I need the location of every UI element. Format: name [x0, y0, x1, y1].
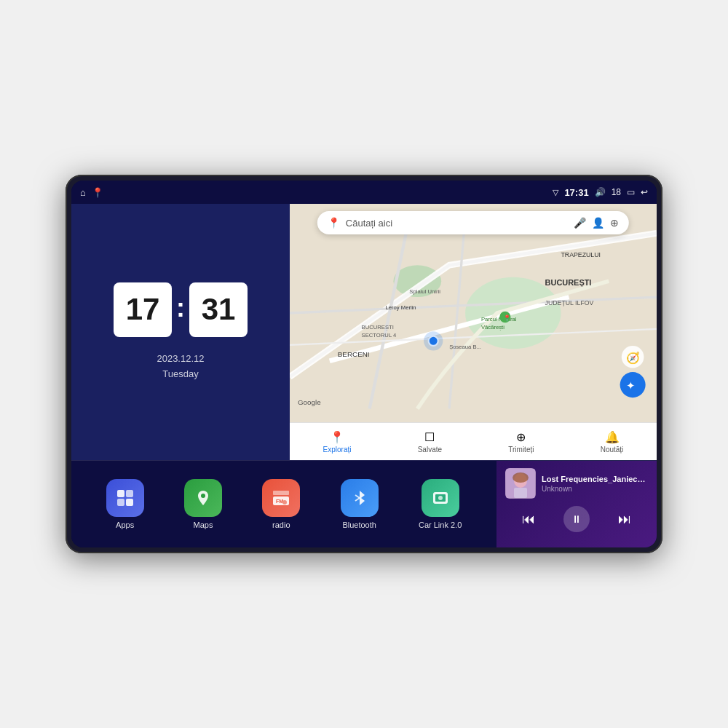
volume-level: 18	[612, 187, 621, 197]
battery-icon: ▭	[627, 187, 635, 197]
music-panel: Lost Frequencies_Janieck Devy-... Unknow…	[496, 461, 657, 547]
send-label: Trimiteți	[508, 446, 534, 454]
app-icons-panel: Apps Maps	[71, 461, 496, 547]
svg-point-31	[282, 500, 287, 505]
app-icon-radio[interactable]: FM radio	[262, 479, 300, 529]
map-visual[interactable]: BUCUREȘTI JUDEȚUL ILFOV TRAPEZULUI BERCE…	[290, 204, 657, 422]
saved-icon: ☐	[424, 430, 435, 444]
day-display: Tuesday	[157, 367, 204, 382]
svg-text:Google: Google	[298, 398, 321, 406]
signal-icon: ▽	[553, 188, 558, 197]
play-pause-icon: ⏸	[571, 513, 582, 525]
play-pause-button[interactable]: ⏸	[563, 506, 590, 532]
top-section: 17 : 31 2023.12.12 Tuesday 📍 Căutați aic…	[71, 204, 657, 460]
music-text: Lost Frequencies_Janieck Devy-... Unknow…	[542, 475, 648, 493]
back-icon[interactable]: ↩	[641, 187, 648, 197]
svg-text:📍: 📍	[503, 314, 511, 323]
svg-point-34	[438, 496, 443, 500]
apps-icon	[106, 479, 144, 517]
app-icon-maps[interactable]: Maps	[184, 479, 222, 529]
maps-label: Maps	[194, 521, 213, 529]
svg-point-27	[201, 494, 205, 498]
svg-rect-37	[514, 488, 527, 498]
radio-label: radio	[272, 521, 290, 529]
maps-status-icon[interactable]: 📍	[92, 187, 103, 198]
nav-saved[interactable]: ☐ Salvate	[418, 430, 442, 454]
send-icon: ⊕	[516, 430, 526, 444]
carlink-icon	[422, 479, 459, 517]
music-thumbnail	[505, 468, 536, 499]
svg-text:Leroy Merlin: Leroy Merlin	[385, 304, 416, 311]
music-info: Lost Frequencies_Janieck Devy-... Unknow…	[505, 468, 648, 499]
svg-text:SECTORUL 4: SECTORUL 4	[362, 332, 397, 339]
radio-icon: FM	[262, 479, 300, 517]
map-panel[interactable]: 📍 Căutați aici 🎤 👤 ⊕	[290, 204, 657, 460]
status-bar-left: ⌂ 📍	[80, 187, 103, 198]
carlink-label: Car Link 2.0	[419, 521, 462, 529]
music-controls: ⏮ ⏸ ⏭	[505, 506, 648, 532]
time-display: 17:31	[564, 187, 588, 198]
nav-explore[interactable]: 📍 Explorați	[323, 430, 352, 454]
svg-rect-23	[117, 490, 124, 497]
music-title: Lost Frequencies_Janieck Devy-...	[542, 475, 648, 483]
news-icon: 🔔	[605, 430, 620, 444]
svg-text:BUCUREȘTI: BUCUREȘTI	[545, 278, 592, 287]
main-content: 17 : 31 2023.12.12 Tuesday 📍 Căutați aic…	[71, 204, 657, 547]
svg-text:BUCUREȘTI: BUCUREȘTI	[362, 324, 394, 331]
svg-text:Parcul Natural: Parcul Natural	[481, 316, 517, 323]
svg-text:Șoseaua B...: Șoseaua B...	[449, 344, 481, 350]
clock-display: 17 : 31	[114, 282, 248, 337]
svg-point-17	[424, 331, 443, 350]
prev-button[interactable]: ⏮	[516, 509, 541, 530]
svg-rect-25	[117, 499, 124, 506]
svg-point-38	[513, 472, 529, 483]
voice-search-icon[interactable]: 🎤	[574, 217, 586, 229]
svg-text:✦: ✦	[626, 379, 636, 392]
clock-minutes: 31	[189, 282, 248, 337]
volume-icon: 🔊	[595, 187, 606, 197]
svg-text:Văcărești: Văcărești	[481, 324, 505, 331]
bottom-section: Apps Maps	[71, 460, 657, 547]
news-label: Noutăți	[601, 446, 624, 454]
search-placeholder[interactable]: Căutați aici	[346, 218, 568, 229]
svg-text:JUDEȚUL ILFOV: JUDEȚUL ILFOV	[545, 299, 594, 306]
status-bar-right: ▽ 17:31 🔊 18 ▭ ↩	[553, 187, 648, 198]
account-icon[interactable]: 👤	[592, 217, 604, 229]
svg-text:FM: FM	[276, 499, 283, 504]
svg-rect-29	[273, 491, 289, 495]
nav-send[interactable]: ⊕ Trimiteți	[508, 430, 534, 454]
map-search-bar[interactable]: 📍 Căutați aici 🎤 👤 ⊕	[317, 211, 629, 234]
map-bottom-nav: 📍 Explorați ☐ Salvate ⊕ Trimiteți 🔔	[290, 422, 657, 460]
svg-text:TRAPEZULUI: TRAPEZULUI	[561, 251, 601, 258]
status-bar: ⌂ 📍 ▽ 17:31 🔊 18 ▭ ↩	[71, 181, 657, 204]
app-icon-bluetooth[interactable]: Bluetooth	[341, 479, 379, 529]
screen: ⌂ 📍 ▽ 17:31 🔊 18 ▭ ↩ 17 :	[71, 181, 657, 547]
svg-rect-24	[126, 490, 133, 497]
google-maps-icon: 📍	[328, 217, 340, 229]
date-info: 2023.12.12 Tuesday	[157, 352, 204, 382]
apps-label: Apps	[116, 521, 134, 529]
layers-icon[interactable]: ⊕	[610, 217, 619, 229]
bluetooth-label: Bluetooth	[342, 521, 376, 529]
nav-news[interactable]: 🔔 Noutăți	[601, 430, 624, 454]
svg-text:Splaiul Unirii: Splaiul Unirii	[409, 288, 440, 295]
saved-label: Salvate	[418, 446, 442, 454]
explore-icon: 📍	[330, 430, 344, 444]
search-actions: 🎤 👤 ⊕	[574, 217, 619, 229]
app-icon-apps[interactable]: Apps	[106, 479, 144, 529]
clock-hours: 17	[114, 282, 172, 337]
music-artist: Unknown	[542, 485, 648, 493]
clock-panel: 17 : 31 2023.12.12 Tuesday	[71, 204, 290, 460]
next-button[interactable]: ⏭	[612, 509, 637, 530]
car-head-unit: ⌂ 📍 ▽ 17:31 🔊 18 ▭ ↩ 17 :	[66, 175, 662, 553]
app-icon-carlink[interactable]: Car Link 2.0	[419, 479, 462, 529]
svg-text:BERCENI: BERCENI	[338, 350, 370, 358]
svg-text:🧭: 🧭	[626, 351, 641, 365]
map-svg: BUCUREȘTI JUDEȚUL ILFOV TRAPEZULUI BERCE…	[290, 204, 657, 422]
clock-colon: :	[176, 293, 185, 323]
home-icon[interactable]: ⌂	[80, 187, 86, 198]
explore-label: Explorați	[323, 446, 352, 454]
svg-rect-26	[126, 499, 133, 506]
maps-icon	[184, 479, 222, 517]
date-display: 2023.12.12	[157, 352, 204, 367]
